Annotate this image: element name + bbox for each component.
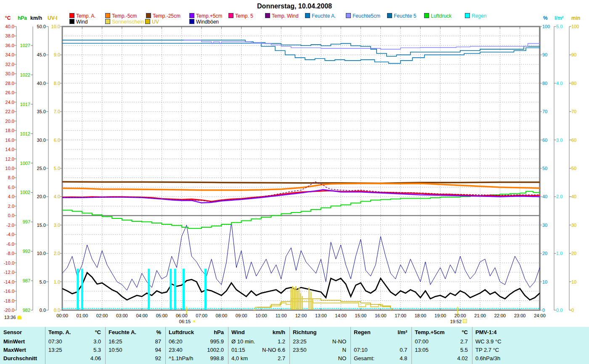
cell-value: N-NO	[332, 338, 346, 345]
stats-table: SensorMinWertMaxWertDurchschnitt10.04. 2…	[0, 327, 589, 364]
axis-tick-label: 70	[542, 109, 547, 114]
axis-tick-label: 0	[542, 308, 545, 313]
table-row: 16:2587	[109, 338, 161, 347]
cell-time: Ø 10 min.	[231, 338, 255, 345]
axis-tick-label: 80	[542, 81, 547, 86]
table-row: 92	[109, 355, 161, 364]
axis-tick-label: 7.0	[0, 109, 60, 114]
table-group-temp-a-: Temp. A.°C07:303.013:255.34.062.9	[45, 327, 105, 364]
axis-tick-label: 8.0	[0, 175, 14, 180]
cell-value: 4.02	[457, 355, 468, 361]
axis-tick-label: 90	[542, 53, 547, 57]
table-group-sensor: SensorMinWertMaxWertDurchschnitt10.04. 2…	[0, 327, 45, 364]
hour-label: 04:00	[136, 313, 148, 318]
table-row: 4,0 km2.7	[231, 355, 285, 364]
axis-tick-label: -4.0	[0, 232, 14, 237]
axis-tick-label: 1017	[0, 102, 30, 107]
cell-value: 92	[155, 355, 161, 361]
column-unit: °C	[95, 329, 101, 335]
hour-label: 15:00	[355, 313, 367, 318]
cell-value: 4.06	[90, 355, 101, 361]
sun-icon: ☀	[192, 319, 196, 324]
column-unit: °C	[462, 329, 468, 335]
cell-value: 87	[155, 338, 161, 345]
table-row: ^1.1hPa/h998.8	[169, 355, 224, 364]
cell-time: MaxWert	[3, 347, 26, 353]
cell-value: 995.9	[210, 338, 224, 345]
hour-label: 02:00	[96, 313, 108, 318]
cell-time: 4,0 km	[231, 355, 248, 361]
cell-value: 998.8	[210, 355, 224, 361]
axis-tick-label: -6.0	[0, 242, 14, 247]
cell-value: 3.0	[93, 338, 101, 345]
hour-label: 14:00	[335, 313, 347, 318]
hour-label: 16:00	[375, 313, 387, 318]
axis-tick-label: 40	[571, 194, 576, 199]
axis-tick-label: 1.0	[556, 251, 562, 256]
axis-tick-label: 6.0	[0, 138, 60, 143]
column-header: PMV-1:4	[475, 329, 497, 335]
table-row: 23:25N-NO	[293, 338, 346, 347]
hour-label: 18:00	[414, 313, 426, 318]
table-row: MaxWert	[3, 347, 41, 355]
cell-value: 2.7	[278, 355, 285, 361]
axis-tick-label: 30	[571, 223, 576, 228]
hour-label: 11:00	[276, 313, 287, 318]
axis-unit-kmh: km/h	[30, 15, 42, 21]
hour-label: 03:00	[116, 313, 128, 318]
cell-time: 23:25	[293, 338, 307, 345]
table-group-richtung: Richtung23:25N-NO23:50NNO07tS-NO	[289, 327, 350, 364]
axis-unit-min: min	[571, 15, 580, 21]
axis-tick-label: 0.0	[556, 308, 562, 313]
axis-tick-label: 1.0	[0, 280, 60, 284]
cell-time: ^1.1hPa/h	[169, 355, 193, 361]
axis-unit-c: °C	[5, 15, 11, 21]
axis-tick-label: 2.0	[0, 251, 60, 256]
table-header-row: Temp. A.°C	[48, 329, 101, 337]
hour-label: 01:00	[77, 313, 88, 318]
column-header: Wind	[231, 329, 245, 335]
column-header: Temp. A.	[48, 329, 71, 335]
axis-tick-label: 70	[571, 109, 576, 114]
table-header-row: LuftdruckhPa	[169, 329, 224, 337]
axis-tick-label: 10.0	[0, 24, 60, 29]
axis-tick-label: 9.0	[0, 53, 60, 57]
table-row: 23:401002.0	[169, 347, 224, 355]
axis-tick-label: 100	[571, 24, 579, 29]
axis-tick-label: 3.0	[556, 138, 562, 143]
cell-value: 5.5	[460, 347, 468, 353]
axis-tick-label: 50	[542, 166, 547, 171]
column-header: Sensor	[3, 329, 22, 335]
sunset-time: 19:52	[450, 319, 467, 324]
plot-area[interactable]	[0, 0, 589, 327]
axis-tick-label: 80	[571, 81, 576, 86]
table-group-feuchte-a-: Feuchte A.%16:258710:5094925:01 h ab 092	[105, 327, 165, 364]
hour-label: 19:00	[435, 313, 446, 318]
table-row: 4.06	[48, 355, 101, 364]
series-feuchte5cm	[184, 40, 540, 49]
table-row: 13:055.5	[415, 347, 468, 355]
axis-tick-label: 4.0	[0, 194, 60, 199]
table-row: 4.02	[415, 355, 468, 364]
axis-tick-label: 20.0	[0, 119, 14, 124]
table-row: TP 2.7 °C	[475, 347, 585, 355]
axis-tick-label: 20	[542, 251, 547, 256]
table-header-row: Windkm/h	[231, 329, 285, 337]
axis-tick-label: 3.0	[0, 223, 60, 228]
cell-time: WC 3.9 °C	[475, 338, 501, 345]
axis-tick-label: 100	[542, 24, 550, 29]
axis-tick-label: 5.0	[0, 166, 60, 171]
table-header-row: Richtung	[293, 329, 346, 337]
axis-tick-label: 1012	[0, 132, 30, 136]
cell-time: 16:25	[109, 338, 122, 345]
table-header-row: Sensor	[3, 329, 41, 337]
axis-tick-label: 4.0	[556, 81, 562, 86]
hour-label: 21:00	[474, 313, 486, 318]
axis-tick-label: 1022	[0, 73, 30, 77]
axis-tick-label: 0	[571, 308, 574, 313]
axis-tick-label: -16.0	[0, 289, 14, 294]
cell-value: 94	[155, 347, 161, 353]
table-row	[354, 338, 407, 347]
hour-label: 00:00	[56, 313, 68, 318]
axis-unit-pct: %	[543, 15, 548, 21]
